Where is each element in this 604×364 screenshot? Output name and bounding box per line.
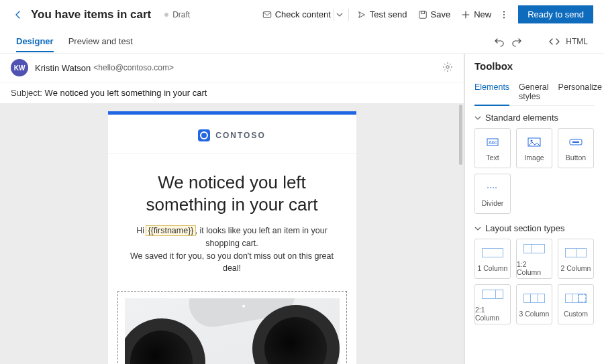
toolbox-tabs: Elements General styles Personalize: [474, 78, 595, 106]
html-view-button[interactable]: [546, 33, 563, 50]
layout-tiles: 1 Column 1:2 Column 2 Column 2:1 Column …: [474, 239, 595, 324]
chevron-down-icon: [474, 115, 481, 121]
view-tabs: Designer Preview and test HTML: [0, 29, 604, 54]
tile-image-label: Image: [524, 154, 544, 162]
tile-image[interactable]: Image: [516, 128, 552, 168]
section-layout-types[interactable]: Layout section types: [474, 223, 595, 233]
svg-rect-9: [528, 138, 540, 146]
email-canvas[interactable]: CONTOSO We noticed you left something in…: [0, 103, 464, 364]
chevron-down-icon: [474, 225, 481, 232]
email-headline: We noticed you left something in your ca…: [124, 172, 340, 215]
check-content-dropdown[interactable]: [334, 9, 346, 21]
brand-logo-icon: [198, 129, 210, 141]
toolbox-panel: Toolbox Elements General styles Personal…: [464, 54, 604, 364]
more-button[interactable]: [497, 7, 511, 23]
from-settings-button[interactable]: [442, 62, 453, 74]
col2-icon: [565, 245, 587, 260]
svg-rect-1: [419, 11, 426, 18]
toolbox-tab-general[interactable]: General styles: [519, 78, 548, 105]
undo-button[interactable]: [491, 33, 508, 50]
tab-designer[interactable]: Designer: [16, 31, 54, 52]
subject-value: We noticed you left something in your ca…: [45, 88, 207, 98]
svg-rect-12: [572, 141, 579, 143]
tile-l1: 1:2 Column: [517, 260, 552, 276]
save-button[interactable]: Save: [413, 6, 456, 23]
redo-button[interactable]: [508, 33, 525, 50]
back-button[interactable]: [11, 7, 26, 22]
tile-1-column[interactable]: 1 Column: [474, 239, 511, 279]
test-send-button[interactable]: Test send: [352, 6, 413, 23]
col1-icon: [482, 245, 503, 260]
personalization-token[interactable]: {{firstname}}: [146, 226, 195, 235]
tab-preview[interactable]: Preview and test: [68, 31, 133, 52]
from-row: KW Kristin Watson <hello@contoso.com>: [0, 54, 464, 82]
workspace: KW Kristin Watson <hello@contoso.com> Su…: [0, 54, 604, 364]
subject-label: Subject:: [11, 88, 42, 98]
image-block-selected[interactable]: [117, 291, 347, 364]
svg-rect-0: [263, 11, 270, 17]
ready-to-send-button[interactable]: Ready to send: [518, 5, 593, 23]
colcustom-icon: [565, 291, 587, 306]
brand-block: CONTOSO: [108, 115, 356, 154]
save-label: Save: [431, 9, 451, 19]
toolbox-title: Toolbox: [474, 60, 595, 72]
tile-divider-label: Divider: [482, 199, 504, 207]
check-content-label: Check content: [275, 9, 331, 19]
avatar: KW: [11, 59, 28, 76]
svg-point-3: [503, 11, 505, 12]
greeting-prefix: Hi: [136, 226, 146, 235]
svg-point-4: [503, 13, 505, 15]
tile-l4: 3 Column: [519, 310, 550, 318]
tile-l0: 1 Column: [478, 264, 508, 272]
tile-12-column[interactable]: 1:2 Column: [516, 239, 552, 279]
subject-row: Subject: We noticed you left something i…: [0, 82, 464, 103]
svg-point-10: [531, 140, 533, 142]
earbud-graphic: [125, 318, 205, 364]
svg-rect-2: [421, 11, 424, 13]
canvas-column: KW Kristin Watson <hello@contoso.com> Su…: [0, 54, 464, 364]
status-text: Draft: [172, 10, 190, 19]
tile-custom-column[interactable]: Custom: [558, 284, 594, 324]
page-title: You have items in cart: [31, 8, 151, 21]
section-standard-label: Standard elements: [485, 113, 558, 123]
col12-icon: [523, 241, 545, 256]
image-icon: [527, 135, 542, 149]
tile-21-column[interactable]: 2:1 Column: [474, 284, 511, 324]
tile-3-column[interactable]: 3 Column: [516, 284, 552, 324]
brand-name: CONTOSO: [215, 131, 265, 140]
title-bar: You have items in cart Draft Check conte…: [0, 0, 604, 29]
scrollbar-thumb[interactable]: [459, 105, 462, 165]
email-body: We noticed you left something in your ca…: [108, 154, 356, 286]
email-preview[interactable]: CONTOSO We noticed you left something in…: [108, 111, 356, 364]
toolbox-tab-personalize[interactable]: Personalize: [558, 78, 602, 105]
tile-divider[interactable]: Divider: [474, 174, 511, 214]
col21-icon: [482, 287, 503, 302]
text-icon: Abc: [485, 135, 500, 149]
new-label: New: [474, 9, 491, 19]
standard-tiles: Abc Text Image Button Divider: [474, 128, 595, 214]
new-button[interactable]: New: [456, 6, 497, 23]
svg-text:Abc: Abc: [489, 140, 497, 145]
toolbox-tab-elements[interactable]: Elements: [474, 78, 509, 105]
divider-icon: [485, 180, 500, 195]
tile-text[interactable]: Abc Text: [474, 128, 511, 168]
email-line2: We saved it for you, so you don't miss o…: [130, 251, 334, 274]
ready-label: Ready to send: [527, 9, 584, 19]
test-send-label: Test send: [370, 9, 407, 19]
html-label: HTML: [566, 37, 588, 46]
tile-button[interactable]: Button: [558, 128, 594, 168]
product-image: [125, 298, 340, 364]
section-layout-label: Layout section types: [485, 223, 565, 233]
tile-2-column[interactable]: 2 Column: [558, 239, 594, 279]
from-email: <hello@contoso.com>: [93, 63, 174, 72]
section-standard-elements[interactable]: Standard elements: [474, 113, 595, 123]
tile-l5: Custom: [564, 310, 588, 318]
from-name: Kristin Watson: [35, 63, 91, 73]
check-content-button[interactable]: Check content: [257, 6, 336, 23]
col3-icon: [523, 291, 545, 306]
tile-button-label: Button: [566, 154, 586, 162]
tile-l3: 2:1 Column: [475, 306, 510, 322]
email-paragraph: Hi {{firstname}}, it looks like you left…: [124, 225, 340, 275]
status-dot: [164, 13, 168, 17]
button-icon: [568, 135, 583, 149]
